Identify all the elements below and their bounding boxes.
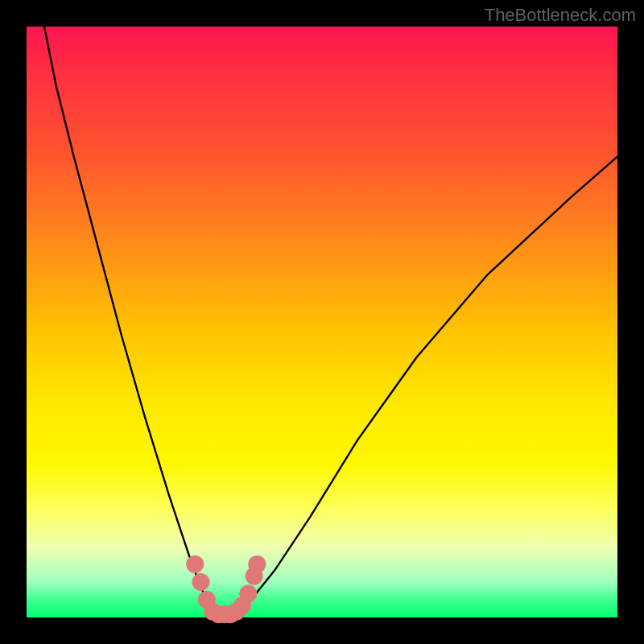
marker-point [186,555,204,573]
marker-point [248,555,266,573]
bottleneck-curve [44,27,617,617]
highlight-markers [186,555,266,623]
curve-path [44,27,617,617]
chart-svg [0,0,644,644]
marker-point [239,585,257,603]
marker-point [192,573,210,591]
